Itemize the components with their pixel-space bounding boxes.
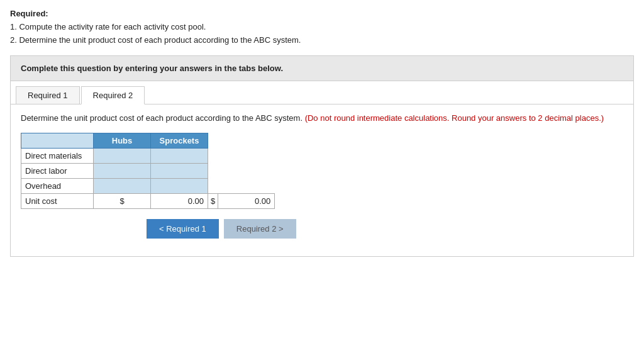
- header-hubs: Hubs: [94, 133, 151, 149]
- hubs-dollar-sign: $: [94, 194, 151, 209]
- sprockets-direct-materials-cell: [151, 149, 208, 164]
- required-bold: Required:: [10, 9, 48, 18]
- instruction-text: Complete this question by entering your …: [21, 64, 283, 73]
- sprockets-direct-materials-input[interactable]: [151, 149, 208, 163]
- sprockets-direct-labor-input[interactable]: [151, 164, 208, 178]
- tab-required1-label: Required 1: [28, 91, 68, 100]
- description-main: Determine the unit product cost of each …: [21, 113, 303, 123]
- hubs-direct-materials-input[interactable]: [94, 149, 150, 163]
- tabs-header: Required 1 Required 2: [11, 81, 633, 104]
- sprockets-direct-labor-cell: [151, 164, 208, 179]
- table-row: Direct materials: [21, 149, 275, 164]
- required-instructions: Required: 1. Compute the activity rate f…: [10, 8, 634, 47]
- hubs-direct-labor-cell: [94, 164, 151, 179]
- label-direct-materials: Direct materials: [21, 149, 94, 164]
- instruction-banner: Complete this question by entering your …: [10, 55, 634, 81]
- forward-required2-label: Required 2 >: [236, 224, 284, 234]
- sprockets-overhead-cell: [151, 179, 208, 194]
- hubs-overhead-cell: [94, 179, 151, 194]
- tabs-container: Required 1 Required 2 Determine the unit…: [10, 81, 634, 257]
- label-direct-labor: Direct labor: [21, 164, 94, 179]
- table-row: Direct labor: [21, 164, 275, 179]
- header-empty: [21, 133, 94, 149]
- hubs-overhead-input[interactable]: [94, 179, 150, 193]
- description-note: (Do not round intermediate calculations.…: [305, 113, 604, 123]
- sprockets-dollar-sign: $: [208, 194, 218, 209]
- step2-text: 2. Determine the unit product cost of ea…: [10, 34, 634, 47]
- forward-required2-button[interactable]: Required 2 >: [224, 219, 296, 239]
- label-overhead: Overhead: [21, 179, 94, 194]
- tab-content: Determine the unit product cost of each …: [11, 104, 633, 256]
- description-text: Determine the unit product cost of each …: [21, 112, 623, 125]
- tab-required2-label: Required 2: [93, 91, 133, 100]
- table-wrapper: Hubs Sprockets Direct materials: [21, 133, 623, 209]
- nav-buttons: < Required 1 Required 2 >: [21, 219, 623, 239]
- label-unit-cost: Unit cost: [21, 194, 94, 209]
- back-required1-label: < Required 1: [159, 224, 206, 234]
- cost-table: Hubs Sprockets Direct materials: [21, 133, 275, 209]
- step1-text: 1. Compute the activity rate for each ac…: [10, 21, 634, 34]
- header-sprockets: Sprockets: [151, 133, 208, 149]
- page-container: Required: 1. Compute the activity rate f…: [0, 0, 644, 257]
- tab-required2[interactable]: Required 2: [81, 86, 145, 104]
- hubs-direct-materials-cell: [94, 149, 151, 164]
- tab-required1[interactable]: Required 1: [16, 86, 80, 104]
- table-row: Overhead: [21, 179, 275, 194]
- sprockets-unit-cost-value: 0.00: [218, 194, 275, 209]
- hubs-unit-cost-value: 0.00: [151, 194, 208, 209]
- hubs-direct-labor-input[interactable]: [94, 164, 150, 178]
- sprockets-overhead-input[interactable]: [151, 179, 208, 193]
- table-row-unit-cost: Unit cost $ 0.00 $ 0.00: [21, 194, 275, 209]
- back-required1-button[interactable]: < Required 1: [147, 219, 219, 239]
